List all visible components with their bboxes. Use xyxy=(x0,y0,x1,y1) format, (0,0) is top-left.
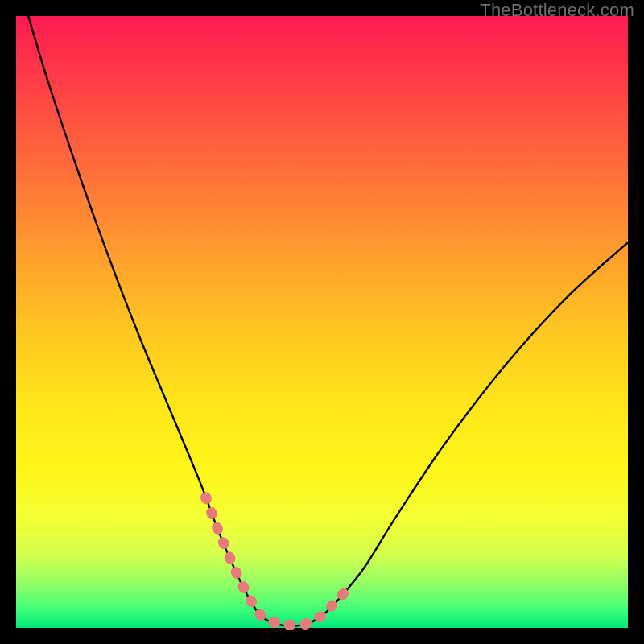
bottleneck-curve-svg xyxy=(16,16,628,628)
bottleneck-curve-path xyxy=(28,16,628,626)
plot-area xyxy=(16,16,628,628)
chart-frame: TheBottleneck.com xyxy=(0,0,644,644)
valley-accent-path xyxy=(206,497,347,625)
